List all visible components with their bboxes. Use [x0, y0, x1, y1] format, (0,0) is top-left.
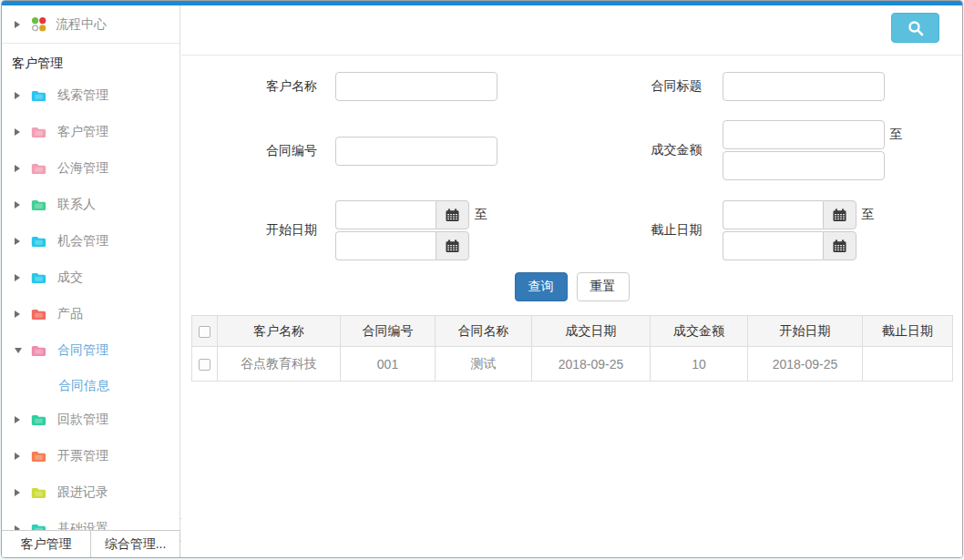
- table-header-row: 客户名称合同编号合同名称成交日期成交金额开始日期截止日期: [192, 316, 953, 347]
- sidebar-item-label: 机会管理: [57, 233, 108, 249]
- start-date-label: 开始日期: [181, 222, 317, 239]
- customer-name-label: 客户名称: [181, 78, 317, 95]
- form-actions: 查询 重置: [181, 272, 962, 301]
- row-checkbox[interactable]: [199, 359, 210, 371]
- end-date-from-input[interactable]: [723, 200, 823, 229]
- sidebar-item-label: 基础设置: [57, 521, 108, 530]
- customer-name-input[interactable]: [335, 72, 497, 101]
- table-cell: 谷点教育科技: [218, 347, 341, 382]
- calendar-button[interactable]: [823, 231, 856, 260]
- reset-button[interactable]: 重置: [577, 272, 630, 301]
- main-content: 客户名称 合同编号 开始日期: [181, 5, 962, 557]
- chevron-right-icon: [15, 165, 20, 172]
- folder-icon: [31, 235, 46, 248]
- calendar-button[interactable]: [436, 231, 469, 260]
- sidebar-item-process-center[interactable]: 流程中心: [2, 5, 179, 44]
- sidebar-item-label: 客户管理: [57, 124, 108, 140]
- table-cell: [863, 347, 953, 382]
- select-all-checkbox[interactable]: [199, 326, 210, 338]
- deal-amount-label: 成交金额: [571, 142, 702, 158]
- search-form: 客户名称 合同编号 开始日期: [181, 56, 962, 260]
- sidebar-item-label: 成交: [57, 270, 83, 286]
- bottom-tab-general-management[interactable]: 综合管理...: [91, 531, 180, 557]
- calendar-icon: [833, 209, 846, 222]
- sidebar-item[interactable]: 成交: [2, 260, 179, 296]
- column-header: 合同编号: [341, 316, 436, 347]
- contract-no-label: 合同编号: [181, 143, 317, 159]
- customer-name-field: 客户名称: [181, 72, 571, 101]
- contract-title-input[interactable]: [723, 72, 885, 101]
- contract-no-field: 合同编号: [181, 137, 571, 166]
- end-date-label: 截止日期: [571, 222, 702, 239]
- folder-icon: [31, 199, 46, 211]
- column-header: 成交日期: [532, 316, 651, 347]
- calendar-icon: [833, 239, 846, 253]
- folder-icon: [31, 308, 46, 321]
- start-date-from-input[interactable]: [335, 200, 436, 229]
- range-to-label: 至: [890, 127, 903, 143]
- table-body: 谷点教育科技001测试2018-09-25102018-09-25: [192, 347, 953, 382]
- chevron-right-icon: [15, 21, 20, 28]
- sidebar-item[interactable]: 公海管理: [2, 150, 179, 187]
- sidebar-section-title: 客户管理: [12, 56, 179, 72]
- sidebar-item[interactable]: 基础设置: [2, 511, 179, 530]
- folder-icon: [31, 344, 46, 357]
- deal-amount-field: 成交金额 至: [571, 120, 963, 180]
- table-row: 谷点教育科技001测试2018-09-25102018-09-25: [192, 347, 953, 382]
- sidebar-item[interactable]: 联系人: [2, 187, 179, 223]
- chevron-right-icon: [15, 453, 20, 460]
- start-date-to-input[interactable]: [335, 231, 436, 260]
- folder-icon: [31, 89, 46, 102]
- search-icon: [907, 19, 925, 37]
- chevron-right-icon: [15, 92, 20, 99]
- folder-icon: [31, 162, 46, 175]
- folder-icon: [31, 523, 46, 530]
- column-header: 合同名称: [436, 316, 532, 347]
- select-all-header: [192, 316, 218, 347]
- amount-from-input[interactable]: [723, 120, 885, 149]
- chevron-right-icon: [15, 416, 20, 423]
- sidebar-item[interactable]: 回款管理: [2, 402, 179, 438]
- sidebar-subitem[interactable]: 合同信息: [2, 369, 179, 402]
- chevron-right-icon: [15, 274, 20, 281]
- range-to-label: 至: [862, 207, 875, 223]
- sidebar-item-label: 回款管理: [57, 412, 108, 428]
- chevron-right-icon: [15, 311, 20, 318]
- calendar-button[interactable]: [436, 200, 469, 229]
- sidebar-menu: 线索管理客户管理公海管理联系人机会管理成交产品合同管理合同信息回款管理开票管理跟…: [2, 77, 179, 530]
- sidebar-bottom-tabs: 客户管理 综合管理...: [2, 530, 180, 557]
- end-date-to-input[interactable]: [723, 231, 823, 260]
- sidebar-item-label: 合同管理: [57, 342, 108, 359]
- sidebar-item-label: 流程中心: [56, 16, 107, 33]
- table-cell: 2018-09-25: [532, 347, 651, 382]
- sidebar-item[interactable]: 机会管理: [2, 223, 179, 260]
- chevron-right-icon: [15, 489, 20, 496]
- bottom-tab-customer-management[interactable]: 客户管理: [2, 531, 91, 557]
- end-date-field: 截止日期: [571, 200, 963, 260]
- range-to-label: 至: [475, 207, 487, 223]
- sidebar-item[interactable]: 开票管理: [2, 438, 179, 474]
- calendar-button[interactable]: [823, 200, 856, 229]
- sidebar-item[interactable]: 跟进记录: [2, 474, 179, 511]
- chevron-right-icon: [15, 238, 20, 245]
- column-header: 成交金额: [651, 316, 748, 347]
- table-cell: 001: [341, 347, 436, 382]
- folder-icon: [31, 486, 46, 499]
- chevron-right-icon: [15, 201, 20, 209]
- folder-icon: [31, 271, 46, 284]
- search-button[interactable]: [891, 13, 939, 43]
- contract-title-field: 合同标题: [571, 72, 963, 101]
- search-submit-button[interactable]: 查询: [515, 272, 568, 301]
- contracts-table: 客户名称合同编号合同名称成交日期成交金额开始日期截止日期 谷点教育科技001测试…: [191, 315, 953, 382]
- sidebar-item-label: 产品: [57, 306, 83, 322]
- sidebar-item[interactable]: 合同管理: [2, 332, 179, 369]
- amount-to-input[interactable]: [723, 151, 885, 180]
- sidebar-item[interactable]: 客户管理: [2, 114, 179, 150]
- folder-icon: [31, 126, 46, 138]
- toolbar: [181, 5, 962, 56]
- sidebar-item[interactable]: 产品: [2, 296, 179, 332]
- contract-no-input[interactable]: [335, 137, 497, 166]
- start-date-field: 开始日期: [181, 200, 571, 260]
- sidebar-item[interactable]: 线索管理: [2, 77, 179, 114]
- chevron-right-icon: [15, 128, 20, 136]
